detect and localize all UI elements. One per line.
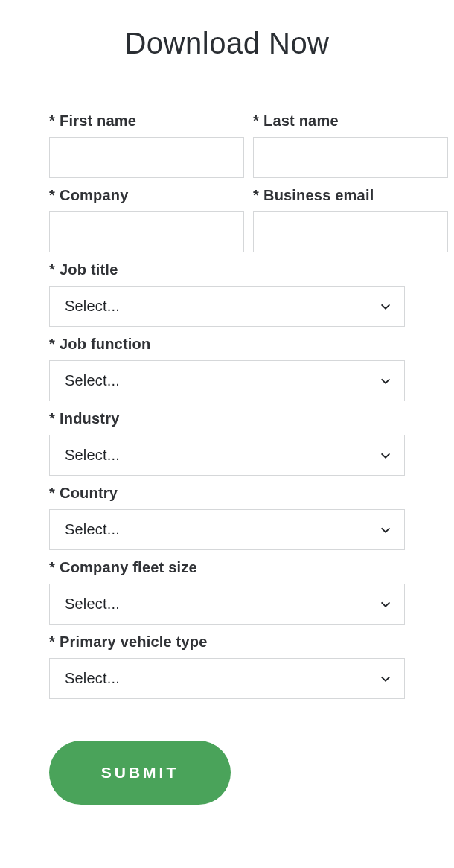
country-label: *Country: [49, 485, 405, 502]
label-text: Country: [60, 485, 118, 501]
country-select[interactable]: Select...: [49, 509, 405, 550]
company-label: *Company: [49, 187, 244, 204]
required-marker: *: [253, 187, 259, 203]
chevron-down-icon: [379, 523, 392, 537]
label-text: Business email: [263, 187, 374, 203]
job-function-field: *Job function Select...: [49, 336, 405, 401]
select-placeholder: Select...: [65, 447, 120, 464]
page-title: Download Now: [49, 27, 405, 60]
company-input[interactable]: [49, 211, 244, 252]
select-placeholder: Select...: [65, 596, 120, 613]
required-marker: *: [49, 410, 55, 427]
primary-vehicle-type-label: *Primary vehicle type: [49, 634, 405, 651]
business-email-input[interactable]: [253, 211, 448, 252]
download-form: *First name *Last name *Company *Bus: [49, 112, 405, 805]
country-field: *Country Select...: [49, 485, 405, 550]
chevron-down-icon: [379, 672, 392, 686]
required-marker: *: [253, 112, 259, 129]
first-name-label: *First name: [49, 112, 244, 130]
job-title-field: *Job title Select...: [49, 261, 405, 327]
company-fleet-size-label: *Company fleet size: [49, 559, 405, 576]
required-marker: *: [49, 336, 55, 352]
company-fleet-size-field: *Company fleet size Select...: [49, 559, 405, 625]
label-text: Primary vehicle type: [60, 634, 208, 650]
required-marker: *: [49, 485, 55, 501]
industry-field: *Industry Select...: [49, 410, 405, 476]
label-text: Company: [60, 187, 129, 203]
last-name-field: *Last name: [253, 112, 448, 178]
first-name-input[interactable]: [49, 137, 244, 178]
select-placeholder: Select...: [65, 372, 120, 389]
select-placeholder: Select...: [65, 670, 120, 687]
first-name-field: *First name: [49, 112, 244, 178]
submit-row: SUBMIT: [49, 741, 405, 805]
required-marker: *: [49, 559, 55, 575]
label-text: First name: [60, 112, 136, 129]
primary-vehicle-type-select[interactable]: Select...: [49, 658, 405, 699]
industry-label: *Industry: [49, 410, 405, 427]
primary-vehicle-type-field: *Primary vehicle type Select...: [49, 634, 405, 699]
job-title-label: *Job title: [49, 261, 405, 278]
required-marker: *: [49, 112, 55, 129]
chevron-down-icon: [379, 300, 392, 313]
required-marker: *: [49, 261, 55, 278]
job-function-label: *Job function: [49, 336, 405, 353]
chevron-down-icon: [379, 598, 392, 611]
business-email-label: *Business email: [253, 187, 448, 204]
company-fleet-size-select[interactable]: Select...: [49, 584, 405, 625]
chevron-down-icon: [379, 449, 392, 462]
select-placeholder: Select...: [65, 521, 120, 538]
job-function-select[interactable]: Select...: [49, 360, 405, 401]
label-text: Job function: [60, 336, 150, 352]
last-name-input[interactable]: [253, 137, 448, 178]
select-placeholder: Select...: [65, 298, 120, 315]
required-marker: *: [49, 634, 55, 650]
industry-select[interactable]: Select...: [49, 435, 405, 476]
label-text: Last name: [263, 112, 339, 129]
chevron-down-icon: [379, 374, 392, 388]
form-container: Download Now *First name *Last name *Com…: [0, 0, 454, 835]
job-title-select[interactable]: Select...: [49, 286, 405, 327]
label-text: Industry: [60, 410, 120, 427]
company-field: *Company: [49, 187, 244, 252]
required-marker: *: [49, 187, 55, 203]
business-email-field: *Business email: [253, 187, 448, 252]
submit-button[interactable]: SUBMIT: [49, 741, 231, 805]
label-text: Job title: [60, 261, 118, 278]
label-text: Company fleet size: [60, 559, 197, 575]
last-name-label: *Last name: [253, 112, 448, 130]
